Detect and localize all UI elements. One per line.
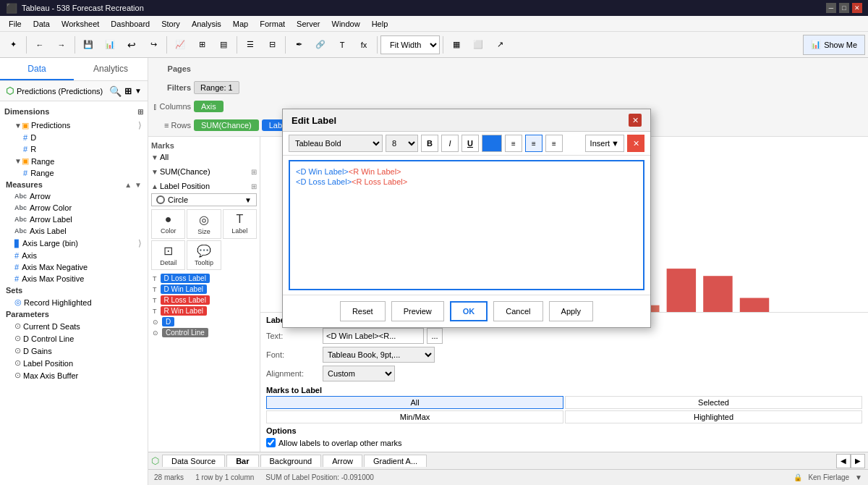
label-btn[interactable]: T Label [223,209,257,239]
tab-background[interactable]: Background [260,455,322,467]
marks-type-dropdown[interactable]: Circle ▼ [151,193,257,206]
close-button[interactable]: ✕ [852,3,862,13]
toolbar-link[interactable]: 🔗 [310,35,331,55]
toolbar-forward[interactable]: → [51,35,72,55]
mark-item-d[interactable]: ⊙ D [151,316,257,327]
toolbar-table[interactable]: ⊞ [192,35,212,55]
marks-all-row[interactable]: ▼ All [151,151,257,163]
toolbar-back[interactable]: ← [30,35,50,55]
mark-item-d-win[interactable]: T D Win Label [151,284,257,295]
menu-data[interactable]: Data [27,18,56,30]
menu-file[interactable]: File [3,18,27,30]
toolbar-icon-1[interactable]: ✦ [3,35,23,55]
fit-width-select[interactable]: Fit Width [380,35,440,54]
dim-d[interactable]: # D [3,132,145,143]
italic-button[interactable]: I [441,135,459,152]
align-right-button[interactable]: ≡ [545,135,563,152]
scroll-left-btn[interactable]: ◀ [836,454,851,468]
toolbar-undo[interactable]: ↩ [122,35,142,55]
search-icon[interactable]: 🔍 [109,85,122,97]
param-max-axis[interactable]: ⊙ Max Axis Buffer [3,369,145,381]
size-dropdown[interactable]: 8 9 10 12 [386,135,418,152]
menu-help[interactable]: Help [366,18,394,30]
menu-story[interactable]: Story [156,18,186,30]
param-label-pos[interactable]: ⊙ Label Position [3,357,145,369]
toolbar-text[interactable]: T [332,35,352,55]
marks-label-pos-row[interactable]: ▲ Label Position ⊞ [151,180,257,192]
tab-gradient[interactable]: Gradient A... [364,455,427,467]
tab-data-source[interactable]: Data Source [162,455,225,467]
marks-option-highlighted[interactable]: Highlighted [565,410,862,423]
toolbar-mark[interactable]: ✒ [289,35,309,55]
maximize-button[interactable]: □ [839,3,849,13]
toolbar-layout[interactable]: ▤ [213,35,234,55]
measures-scroll-up[interactable]: ▲ [124,181,132,189]
meas-arrow[interactable]: Abc Arrow [3,190,145,202]
marks-option-selected[interactable]: Selected [565,396,862,409]
param-d-gains[interactable]: ⊙ D Gains [3,345,145,357]
color-btn[interactable]: ● Color [151,209,185,239]
dimensions-grid-icon[interactable]: ⊞ [137,108,143,116]
toolbar-cols[interactable]: ⊟ [262,35,282,55]
toolbar-redo[interactable]: ↪ [143,35,163,55]
menu-format[interactable]: Format [254,18,291,30]
font-dropdown[interactable]: Tableau Bold [289,135,383,152]
dim-range[interactable]: # Range [3,167,145,179]
modal-close-button[interactable]: ✕ [629,114,642,127]
meas-axis-max-neg[interactable]: # Axis Max Negative [3,261,145,273]
tab-bar[interactable]: Bar [226,455,258,467]
allow-overlap-checkbox[interactable] [266,438,276,447]
toolbar-share[interactable]: ↗ [490,35,510,55]
param-d-control[interactable]: ⊙ D Control Line [3,332,145,345]
menu-dashboard[interactable]: Dashboard [105,18,156,30]
measures-scroll-down[interactable]: ▼ [135,181,142,189]
toolbar-chart[interactable]: 📈 [170,35,190,55]
text-input[interactable] [323,328,424,344]
chevron-down-icon[interactable]: ▼ [135,87,142,95]
menu-map[interactable]: Map [227,18,254,30]
align-center-button[interactable]: ≡ [525,135,542,152]
insert-button[interactable]: Insert ▼ [585,135,624,152]
menu-worksheet[interactable]: Worksheet [56,18,105,30]
meas-arrow-label[interactable]: Abc Arrow Label [3,214,145,225]
underline-button[interactable]: U [461,135,479,152]
reset-button[interactable]: Reset [340,301,386,321]
marks-option-all[interactable]: All [266,396,563,409]
toolbar-rows[interactable]: ☰ [240,35,260,55]
mark-item-r-loss[interactable]: T R Loss Label [151,295,257,305]
filter-range[interactable]: Range: 1 [194,81,239,94]
size-btn[interactable]: ◎ Size [187,209,221,239]
meas-arrow-color[interactable]: Abc Arrow Color [3,202,145,214]
tab-analytics[interactable]: Analytics [74,58,148,80]
toolbar-bars[interactable]: ▦ [446,35,467,55]
tab-arrow[interactable]: Arrow [323,455,362,467]
meas-axis-large[interactable]: ▊ Axis Large (bin) ⟩ [3,237,145,250]
menu-server[interactable]: Server [291,18,326,30]
preview-button[interactable]: Preview [391,301,444,321]
columns-pill-axis[interactable]: Axis [194,101,224,112]
align-left-button[interactable]: ≡ [505,135,522,152]
param-current-d[interactable]: ⊙ Current D Seats [3,320,145,332]
toolbar-formula[interactable]: fx [354,35,374,55]
meas-axis-max-pos[interactable]: # Axis Max Positive [3,273,145,284]
alignment-select[interactable]: Custom Automatic [323,366,395,381]
dim-r[interactable]: # R [3,143,145,155]
mark-item-d-loss[interactable]: T D Loss Label [151,273,257,284]
rows-pill-chance[interactable]: SUM(Chance) [194,119,259,131]
font-select[interactable]: Tableau Book, 9pt,... [323,347,435,363]
menu-window[interactable]: Window [326,18,366,30]
dim-range-folder[interactable]: ▼ ▣ Range [3,155,145,167]
mark-item-control[interactable]: ⊙ Control Line [151,327,257,338]
meas-axis[interactable]: # Axis [3,250,145,261]
marks-option-minmax[interactable]: Min/Max [266,410,563,423]
detail-btn[interactable]: ⊡ Detail [151,240,185,270]
color-picker-button[interactable] [482,135,502,152]
minimize-button[interactable]: ─ [826,3,836,13]
toolbar-frame[interactable]: ⬜ [468,35,488,55]
cancel-button[interactable]: Cancel [493,301,542,321]
toolbar-save[interactable]: 💾 [78,35,98,55]
marks-chance-row[interactable]: ▼ SUM(Chance) ⊞ [151,166,257,177]
meas-axis-label[interactable]: Abc Axis Label [3,225,145,237]
tab-data[interactable]: Data [0,58,74,80]
modal-editor[interactable]: <D Win Label><R Win Label> <D Loss Label… [289,160,644,290]
